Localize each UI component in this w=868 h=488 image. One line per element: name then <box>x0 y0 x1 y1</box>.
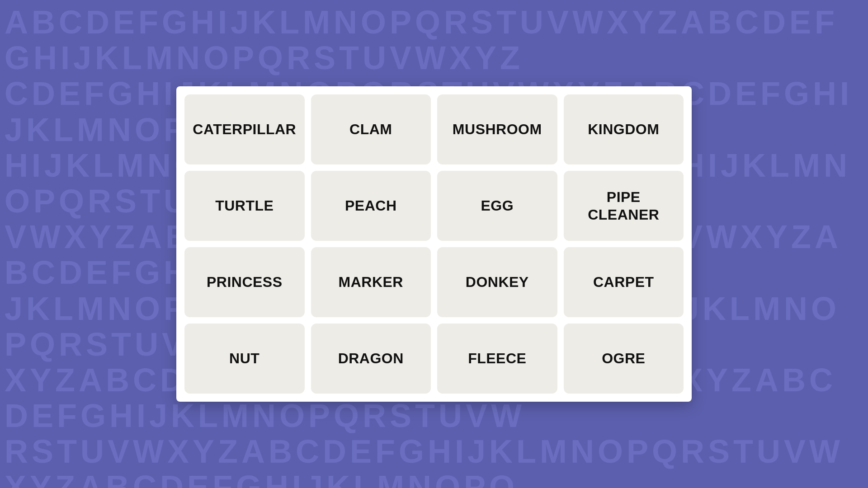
card-11[interactable]: DONKEY <box>437 247 557 317</box>
card-14[interactable]: DRAGON <box>311 324 431 394</box>
word-grid: CATERPILLARCLAMMUSHROOMKINGDOMTURTLEPEAC… <box>184 94 684 394</box>
card-panel: CATERPILLARCLAMMUSHROOMKINGDOMTURTLEPEAC… <box>176 86 692 402</box>
card-7-label: EGG <box>475 197 519 214</box>
card-11-label: DONKEY <box>460 273 534 291</box>
card-10[interactable]: MARKER <box>311 247 431 317</box>
card-4-label: KINGDOM <box>582 121 665 138</box>
card-9[interactable]: PRINCESS <box>184 247 305 317</box>
card-9-label: PRINCESS <box>201 273 288 291</box>
card-8-label: PIPE CLEANER <box>564 188 684 223</box>
card-5[interactable]: TURTLE <box>184 171 305 241</box>
card-1[interactable]: CATERPILLAR <box>184 94 305 164</box>
card-16[interactable]: OGRE <box>564 324 684 394</box>
card-8[interactable]: PIPE CLEANER <box>564 171 684 241</box>
card-16-label: OGRE <box>596 350 651 367</box>
card-6-label: PEACH <box>340 197 402 214</box>
card-14-label: DRAGON <box>333 350 409 367</box>
card-4[interactable]: KINGDOM <box>564 94 684 164</box>
card-12-label: CARPET <box>588 273 660 291</box>
card-12[interactable]: CARPET <box>564 247 684 317</box>
card-10-label: MARKER <box>333 273 409 291</box>
card-1-label: CATERPILLAR <box>187 121 302 138</box>
card-5-label: TURTLE <box>210 197 279 214</box>
card-6[interactable]: PEACH <box>311 171 431 241</box>
card-13-label: NUT <box>224 350 265 367</box>
card-13[interactable]: NUT <box>184 324 305 394</box>
card-7[interactable]: EGG <box>437 171 557 241</box>
card-15-label: FLEECE <box>462 350 532 367</box>
card-2[interactable]: CLAM <box>311 94 431 164</box>
card-2-label: CLAM <box>344 121 397 138</box>
card-3-label: MUSHROOM <box>447 121 547 138</box>
card-15[interactable]: FLEECE <box>437 324 557 394</box>
card-3[interactable]: MUSHROOM <box>437 94 557 164</box>
